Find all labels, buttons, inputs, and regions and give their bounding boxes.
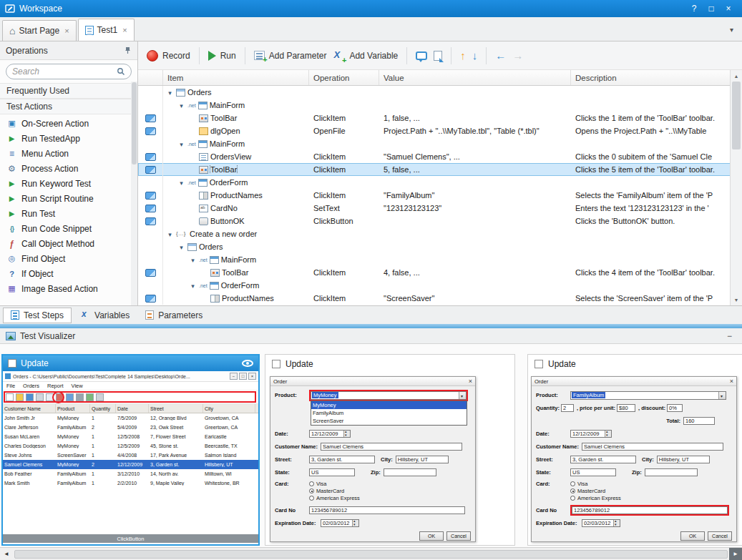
comment-icon[interactable] <box>416 51 427 60</box>
visualizer-frame-3[interactable]: Update OrderProduct:FamilyAlbumQuantity:… <box>527 354 742 546</box>
sidebar-item-find-object[interactable]: Find Object <box>0 251 137 266</box>
step-row[interactable]: dlgOpenOpenFileProject.Path + "..\\MyTab… <box>138 124 742 137</box>
scroll-thumb[interactable] <box>14 550 728 559</box>
step-row[interactable]: ToolBarClickItem4, false, ...Clicks the … <box>138 266 742 279</box>
add-variable-button[interactable]: Add Variable <box>333 50 398 61</box>
visualizer-frame-2[interactable]: Update OrderProduct:MyMoneyTotal:200Date… <box>265 354 515 546</box>
update-checkbox[interactable] <box>272 360 280 368</box>
step-row[interactable]: Orders <box>138 86 742 99</box>
close-tab-icon[interactable]: × <box>122 26 127 34</box>
close-tab-icon[interactable]: × <box>64 26 69 35</box>
update-checkbox[interactable] <box>8 359 16 368</box>
grid-vertical-scrollbar[interactable] <box>730 70 742 305</box>
horizontal-scrollbar[interactable] <box>0 547 742 560</box>
column-header-description[interactable]: Description <box>571 70 730 85</box>
sidebar-scrollbar[interactable] <box>131 82 137 305</box>
search-input[interactable] <box>12 67 114 77</box>
step-description-cell: Selects the 'ScreenSaver' item of the 'P <box>571 294 742 303</box>
update-checkbox[interactable] <box>534 360 543 368</box>
tree-caret[interactable] <box>166 230 174 238</box>
tab-test1[interactable]: Test1 × <box>78 19 135 41</box>
image-based-action-icon <box>6 283 17 294</box>
field-value <box>384 468 436 476</box>
indent-left-icon[interactable] <box>495 50 506 61</box>
tree-caret[interactable] <box>177 101 185 109</box>
pin-icon[interactable] <box>124 46 132 54</box>
step-row[interactable]: ButtonOKClickButtonClicks the 'ButtonOK'… <box>138 215 742 227</box>
sidebar-item-run-keyword-test[interactable]: Run Keyword Test <box>0 176 137 191</box>
tab-start-page[interactable]: Start Page × <box>2 20 77 41</box>
scroll-right-icon[interactable] <box>729 548 742 560</box>
step-row[interactable]: Create a new order <box>138 227 742 240</box>
step-row[interactable]: .netOrderForm <box>138 279 742 292</box>
sidebar-item-process-action[interactable]: Process Action <box>0 161 137 176</box>
scroll-thumb[interactable] <box>132 82 137 164</box>
operations-panel: Operations Frequently Used Test Actions … <box>0 41 138 305</box>
column-header-operation[interactable]: Operation <box>309 70 379 85</box>
scroll-up-icon[interactable] <box>731 70 742 82</box>
sidebar-item-run-testedapp[interactable]: Run TestedApp <box>0 131 137 146</box>
spin-field: 02/03/2012 <box>582 519 620 527</box>
step-row[interactable]: .netMainForm <box>138 253 742 266</box>
tree-caret[interactable] <box>189 281 197 290</box>
minimize-icon[interactable]: − <box>727 331 736 341</box>
section-frequently-used[interactable]: Frequently Used <box>0 83 137 99</box>
section-test-actions[interactable]: Test Actions <box>0 99 137 114</box>
visualizer-frame-1[interactable]: Update Orders - C:\Users\Public\Document… <box>1 354 260 546</box>
indent-right-icon[interactable] <box>512 50 523 61</box>
sidebar-item-run-script-routine[interactable]: Run Script Routine <box>0 191 137 206</box>
field-label: Card: <box>536 481 570 487</box>
tree-caret[interactable] <box>177 178 185 187</box>
step-row[interactable]: Orders <box>138 240 742 253</box>
sidebar-item-call-object-method[interactable]: Call Object Method <box>0 236 137 251</box>
sidebar-item-label: Process Action <box>21 164 78 174</box>
tree-caret[interactable] <box>177 139 185 148</box>
close-button[interactable]: × <box>720 1 737 16</box>
sidebar-item-image-based-action[interactable]: Image Based Action <box>0 281 137 296</box>
toolbar-separator <box>406 47 407 64</box>
tab-list-dropdown-icon[interactable] <box>730 24 733 34</box>
step-row[interactable]: ToolBarClickItem1, false, ...Clicks the … <box>138 112 742 124</box>
sidebar-item-on-screen-action[interactable]: On-Screen Action <box>0 116 137 131</box>
move-down-icon[interactable] <box>472 50 478 61</box>
maximize-button[interactable]: □ <box>703 1 720 16</box>
column-header-item[interactable]: Item <box>163 70 309 85</box>
tree-caret[interactable] <box>189 255 197 264</box>
help-button[interactable]: ? <box>685 1 703 16</box>
step-row[interactable]: .netOrderForm <box>138 176 742 189</box>
scroll-thumb[interactable] <box>732 82 741 149</box>
tab-parameters[interactable]: Parameters <box>138 308 210 323</box>
sidebar-item-if-object[interactable]: If Object <box>0 266 137 281</box>
step-row[interactable]: .netMainForm <box>138 137 742 150</box>
sidebar-item-run-code-snippet[interactable]: Run Code Snippet <box>0 221 137 236</box>
move-up-icon[interactable] <box>460 50 466 61</box>
sidebar-item-run-test[interactable]: Run Test <box>0 206 137 221</box>
scroll-down-icon[interactable] <box>731 294 742 305</box>
step-item-label: OrderForm <box>210 178 248 187</box>
description-icon[interactable] <box>434 51 442 61</box>
search-icon[interactable] <box>117 67 125 76</box>
tree-caret[interactable] <box>166 88 174 97</box>
step-row[interactable]: OrdersViewClickItem"Samuel Clemens", ...… <box>138 150 742 163</box>
tree-caret[interactable] <box>177 242 185 251</box>
column-header-value[interactable]: Value <box>379 70 571 85</box>
step-row[interactable]: CardNoSetText"123123123123"Enters the te… <box>138 202 742 215</box>
scroll-left-icon[interactable] <box>0 548 13 560</box>
spinner-buttons <box>605 431 611 437</box>
order-dialog-screenshot: OrderProduct:FamilyAlbumQuantity:2, pric… <box>531 376 737 542</box>
record-button[interactable]: Record <box>147 50 190 62</box>
step-row[interactable]: ProductNamesClickItem"ScreenSaver"Select… <box>138 292 742 305</box>
step-row[interactable]: ProductNamesClickItem"FamilyAlbum"Select… <box>138 189 742 202</box>
add-parameter-button[interactable]: Add Parameter <box>254 51 327 61</box>
combo-icon <box>210 295 220 303</box>
eye-icon[interactable] <box>242 360 253 367</box>
sidebar-item-menu-action[interactable]: Menu Action <box>0 146 137 161</box>
sidebar-item-label: Run TestedApp <box>21 134 80 144</box>
tab-variables[interactable]: Variables <box>73 308 137 323</box>
orders-row: Susan McLarenMyMoney112/5/20087, Flower … <box>3 432 258 441</box>
step-row[interactable]: .netMainForm <box>138 99 742 112</box>
step-row[interactable]: ToolBarClickItem5, false, ...Clicks the … <box>138 163 742 176</box>
add-variable-label: Add Variable <box>349 51 398 61</box>
tab-test-steps[interactable]: Test Steps <box>3 308 72 323</box>
run-button[interactable]: Run <box>208 51 236 61</box>
